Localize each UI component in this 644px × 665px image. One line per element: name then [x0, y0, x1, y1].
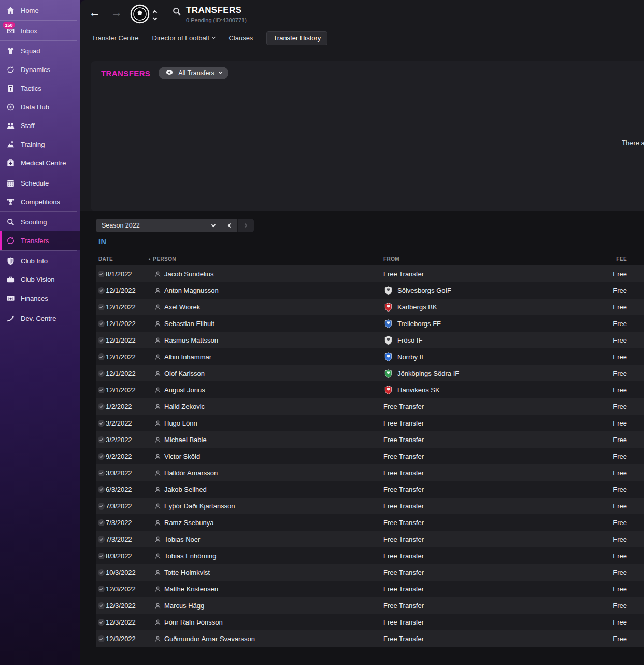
sidebar-item-tactics[interactable]: Tactics [0, 79, 80, 97]
table-row[interactable]: 9/2/2022Victor SköldFree TransferFree [96, 448, 644, 464]
person-cell[interactable]: Eyþór Daði Kjartansson [148, 502, 383, 510]
sidebar-item-home[interactable]: Home [0, 1, 80, 20]
table-row[interactable]: 3/2/2022Michael BabieFree TransferFree [96, 431, 644, 448]
sidebar-item-scouting[interactable]: Scouting [0, 213, 80, 231]
person-cell[interactable]: Halid Zekovic [148, 403, 383, 411]
table-row[interactable]: 3/3/2022Halldór ArnarssonFree TransferFr… [96, 464, 644, 481]
from-cell[interactable]: Free Transfer [383, 452, 595, 460]
table-row[interactable]: 7/3/2022Ramz SsebunyaFree TransferFree [96, 514, 644, 531]
sidebar-item-staff[interactable]: Staff [0, 116, 80, 135]
from-cell[interactable]: Free Transfer [383, 469, 595, 477]
from-cell[interactable]: Free Transfer [383, 403, 595, 411]
sidebar-item-competitions[interactable]: Competitions [0, 192, 80, 211]
table-row[interactable]: 10/3/2022Totte HolmkvistFree TransferFre… [96, 564, 644, 581]
person-cell[interactable]: Michael Babie [148, 436, 383, 444]
person-cell[interactable]: Hugo Lönn [148, 419, 383, 427]
table-row[interactable]: 1/2/2022Halid ZekovicFree TransferFree [96, 398, 644, 415]
from-cell[interactable]: Frösö IF [383, 336, 595, 345]
table-row[interactable]: 12/1/2022August JoriusHanvikens SKFree [96, 381, 644, 398]
from-cell[interactable]: Jönköpings Södra IF [383, 369, 595, 378]
table-row[interactable]: 12/1/2022Albin InhammarNorrby IFFree [96, 348, 644, 365]
table-row[interactable]: 8/3/2022Tobias EnhörningFree TransferFre… [96, 547, 644, 564]
person-cell[interactable]: Axel Wiorek [148, 303, 383, 311]
sidebar-item-inbox[interactable]: Inbox150 [0, 21, 80, 40]
column-header-from[interactable]: FROM [383, 256, 595, 262]
person-cell[interactable]: Olof Karlsson [148, 370, 383, 377]
person-cell[interactable]: Tobias Enhörning [148, 552, 383, 560]
person-cell[interactable]: Tobias Noer [148, 535, 383, 543]
table-row[interactable]: 12/3/2022Þórir Rafn ÞórissonFree Transfe… [96, 614, 644, 630]
back-arrow-icon[interactable]: ← [89, 6, 101, 19]
person-cell[interactable]: Jacob Sundelius [148, 270, 383, 278]
person-cell[interactable]: Guðmundur Arnar Svavarsson [148, 635, 383, 643]
tab-director-of-football[interactable]: Director of Football [152, 34, 216, 42]
sidebar-item-club-vision[interactable]: Club Vision [0, 270, 80, 289]
sidebar-item-club-info[interactable]: Club Info [0, 251, 80, 270]
person-cell[interactable]: Albin Inhammar [148, 353, 383, 361]
sidebar-item-finances[interactable]: Finances [0, 289, 80, 307]
table-row[interactable]: 3/2/2022Hugo LönnFree TransferFree [96, 415, 644, 431]
from-cell[interactable]: Hanvikens SK [383, 386, 595, 394]
table-row[interactable]: 8/1/2022Jacob SundeliusFree TransferFree [96, 265, 644, 282]
from-cell[interactable]: Free Transfer [383, 535, 595, 543]
from-cell[interactable]: Karlbergs BK [383, 303, 595, 312]
person-cell[interactable]: Totte Holmkvist [148, 569, 383, 576]
sidebar-item-data-hub[interactable]: Data Hub [0, 97, 80, 116]
tab-transfer-history[interactable]: Transfer History [266, 31, 327, 45]
tab-clauses[interactable]: Clauses [228, 34, 253, 42]
sidebar-item-schedule[interactable]: Schedule [0, 174, 80, 192]
person-cell[interactable]: Malthe Kristensen [148, 585, 383, 593]
from-cell[interactable]: Free Transfer [383, 419, 595, 427]
previous-season-button[interactable] [221, 219, 237, 232]
person-cell[interactable]: Jakob Sellhed [148, 486, 383, 493]
from-cell[interactable]: Free Transfer [383, 270, 595, 278]
person-cell[interactable]: Þórir Rafn Þórisson [148, 618, 383, 626]
table-row[interactable]: 12/3/2022Marcus HäggFree TransferFree [96, 597, 644, 614]
person-cell[interactable]: Halldór Arnarsson [148, 469, 383, 477]
table-row[interactable]: 12/1/2022Axel WiorekKarlbergs BKFree [96, 299, 644, 315]
sidebar-item-dynamics[interactable]: Dynamics [0, 60, 80, 79]
club-badge-selector[interactable] [130, 4, 156, 26]
from-cell[interactable]: Free Transfer [383, 635, 595, 643]
sidebar-item-dev-centre[interactable]: Dev. Centre [0, 309, 80, 328]
from-cell[interactable]: Free Transfer [383, 436, 595, 444]
from-cell[interactable]: Free Transfer [383, 552, 595, 560]
table-row[interactable]: 12/1/2022Anton MagnussonSölvesborgs GoIF… [96, 282, 644, 299]
search-icon[interactable] [172, 7, 182, 19]
from-cell[interactable]: Free Transfer [383, 585, 595, 593]
season-dropdown[interactable]: Season 2022 [96, 219, 221, 232]
table-row[interactable]: 12/1/2022Olof KarlssonJönköpings Södra I… [96, 365, 644, 381]
table-row[interactable]: 12/1/2022Rasmus MattssonFrösö IFFree [96, 332, 644, 348]
person-cell[interactable]: Ramz Ssebunya [148, 519, 383, 527]
sidebar-item-training[interactable]: Training [0, 135, 80, 153]
person-cell[interactable]: Marcus Hägg [148, 602, 383, 610]
table-row[interactable]: 7/3/2022Tobias NoerFree TransferFree [96, 531, 644, 547]
from-cell[interactable]: Free Transfer [383, 569, 595, 576]
table-row[interactable]: 6/3/2022Jakob SellhedFree TransferFree [96, 481, 644, 498]
person-cell[interactable]: Victor Sköld [148, 452, 383, 460]
person-cell[interactable]: Rasmus Mattsson [148, 336, 383, 344]
person-cell[interactable]: Anton Magnusson [148, 287, 383, 294]
sidebar-item-medical-centre[interactable]: Medical Centre [0, 153, 80, 172]
column-header-person[interactable]: ▲PERSON [148, 256, 383, 262]
next-season-button[interactable] [238, 219, 254, 232]
tab-transfer-centre[interactable]: Transfer Centre [92, 34, 139, 42]
sidebar-item-squad[interactable]: Squad [0, 41, 80, 60]
sidebar-item-transfers[interactable]: Transfers [0, 231, 80, 250]
from-cell[interactable]: Trelleborgs FF [383, 319, 595, 328]
column-header-date[interactable]: DATE [96, 256, 148, 262]
from-cell[interactable]: Free Transfer [383, 602, 595, 610]
table-row[interactable]: 12/1/2022Sebastian EllhultTrelleborgs FF… [96, 315, 644, 332]
from-cell[interactable]: Free Transfer [383, 618, 595, 626]
forward-arrow-icon[interactable]: → [111, 6, 122, 19]
from-cell[interactable]: Free Transfer [383, 486, 595, 493]
column-header-fee[interactable]: FEE [595, 256, 644, 262]
person-cell[interactable]: August Jorius [148, 386, 383, 394]
from-cell[interactable]: Sölvesborgs GoIF [383, 286, 595, 295]
table-row[interactable]: 12/3/2022Guðmundur Arnar SvavarssonFree … [96, 630, 644, 647]
all-transfers-filter-dropdown[interactable]: All Transfers [159, 67, 228, 79]
from-cell[interactable]: Free Transfer [383, 502, 595, 510]
from-cell[interactable]: Norrby IF [383, 352, 595, 361]
person-cell[interactable]: Sebastian Ellhult [148, 320, 383, 328]
table-row[interactable]: 7/3/2022Eyþór Daði KjartanssonFree Trans… [96, 498, 644, 514]
